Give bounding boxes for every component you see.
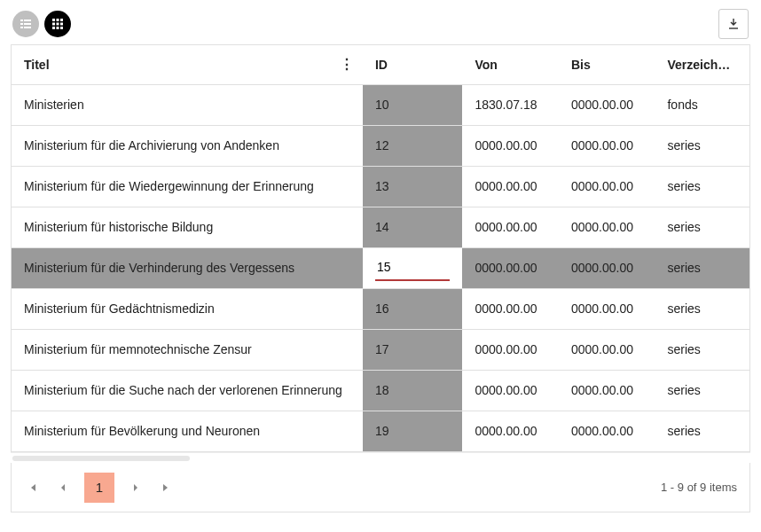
column-label: Bis (571, 58, 591, 72)
cell-bis[interactable]: 0000.00.00 (559, 247, 655, 288)
cell-verzeichnungsstufe[interactable]: series (655, 125, 749, 166)
pager-info: 1 - 9 of 9 items (661, 481, 737, 494)
cell-bis[interactable]: 0000.00.00 (559, 329, 655, 370)
svg-rect-0 (20, 20, 23, 21)
column-header-titel[interactable]: Titel ⋮ (12, 45, 363, 84)
table-row[interactable]: Ministerium für die Suche nach der verlo… (12, 370, 749, 411)
table-row[interactable]: Ministerium für Gedächtnismedizin160000.… (12, 288, 749, 329)
svg-rect-2 (20, 23, 23, 25)
cell-bis[interactable]: 0000.00.00 (559, 166, 655, 207)
table-row[interactable]: Ministerium für Bevölkerung und Neuronen… (12, 411, 749, 451)
cell-bis[interactable]: 0000.00.00 (559, 84, 655, 125)
download-button[interactable] (718, 9, 749, 39)
cell-von[interactable]: 1830.07.18 (462, 84, 559, 125)
cell-verzeichnungsstufe[interactable]: series (655, 247, 749, 288)
cell-id[interactable]: 12 (363, 125, 463, 166)
cell-bis[interactable]: 0000.00.00 (559, 370, 655, 411)
column-header-id[interactable]: ID (363, 45, 463, 84)
column-menu-icon[interactable]: ⋮ (340, 58, 354, 72)
table-row[interactable]: Ministerium für memnotechnische Zensur17… (12, 329, 749, 370)
cell-titel[interactable]: Ministerium für historische Bildung (12, 207, 363, 247)
column-label: Verzeichnungsstufe (667, 58, 749, 72)
cell-bis[interactable]: 0000.00.00 (559, 288, 655, 329)
cell-titel[interactable]: Ministerium für die Wiedergewinnung der … (12, 166, 363, 207)
pager-next-button[interactable] (127, 479, 145, 497)
first-page-icon (27, 482, 38, 493)
data-grid: Titel ⋮ ID Von Bis Verzeichnungsstufe Mi… (11, 44, 750, 452)
svg-rect-3 (24, 23, 31, 25)
svg-rect-4 (20, 27, 23, 28)
cell-titel[interactable]: Ministerium für memnotechnische Zensur (12, 329, 363, 370)
cell-titel[interactable]: Ministerien (12, 84, 363, 125)
cell-von[interactable]: 0000.00.00 (462, 125, 559, 166)
svg-rect-7 (57, 19, 59, 21)
table-row[interactable]: Ministerien101830.07.180000.00.00fonds (12, 84, 749, 125)
cell-verzeichnungsstufe[interactable]: series (655, 370, 749, 411)
svg-rect-1 (24, 20, 31, 21)
cell-von[interactable]: 0000.00.00 (462, 288, 559, 329)
cell-bis[interactable]: 0000.00.00 (559, 125, 655, 166)
svg-rect-13 (57, 27, 59, 29)
cell-id[interactable]: 18 (363, 370, 463, 411)
cell-von[interactable]: 0000.00.00 (462, 370, 559, 411)
cell-id[interactable]: 14 (363, 207, 463, 247)
cell-id[interactable]: 13 (363, 166, 463, 207)
cell-bis[interactable]: 0000.00.00 (559, 411, 655, 451)
column-header-bis[interactable]: Bis (559, 45, 655, 84)
svg-rect-5 (24, 27, 31, 28)
pager: 1 1 - 9 of 9 items (11, 463, 750, 512)
column-label: Von (475, 58, 497, 72)
table-row[interactable]: Ministerium für die Wiedergewinnung der … (12, 166, 749, 207)
list-icon (19, 17, 33, 31)
pager-prev-button[interactable] (54, 479, 72, 497)
svg-rect-11 (60, 23, 63, 26)
table-row[interactable]: Ministerium für die Verhinderung des Ver… (12, 247, 749, 288)
scrollbar-thumb[interactable] (12, 456, 190, 461)
cell-titel[interactable]: Ministerium für Gedächtnismedizin (12, 288, 363, 329)
cell-titel[interactable]: Ministerium für die Archivierung von And… (12, 125, 363, 166)
cell-id[interactable]: 17 (363, 329, 463, 370)
cell-von[interactable]: 0000.00.00 (462, 411, 559, 451)
svg-rect-9 (52, 23, 55, 26)
cell-von[interactable]: 0000.00.00 (462, 166, 559, 207)
list-view-button[interactable] (12, 11, 39, 37)
svg-rect-10 (57, 23, 59, 26)
last-page-icon (161, 482, 171, 493)
cell-id[interactable]: 10 (363, 84, 463, 125)
column-label: Titel (24, 58, 50, 72)
cell-id[interactable]: 19 (363, 411, 463, 451)
toolbar (0, 0, 761, 44)
id-edit-input[interactable] (375, 254, 451, 281)
cell-verzeichnungsstufe[interactable]: series (655, 207, 749, 247)
cell-von[interactable]: 0000.00.00 (462, 329, 559, 370)
cell-verzeichnungsstufe[interactable]: series (655, 288, 749, 329)
cell-verzeichnungsstufe[interactable]: series (655, 411, 749, 451)
cell-von[interactable]: 0000.00.00 (462, 247, 559, 288)
svg-rect-6 (52, 19, 55, 21)
svg-rect-12 (52, 27, 55, 29)
pager-last-button[interactable] (157, 479, 175, 497)
cell-titel[interactable]: Ministerium für die Suche nach der verlo… (12, 370, 363, 411)
chevron-right-icon (131, 483, 140, 492)
pager-first-button[interactable] (24, 479, 42, 497)
page-number: 1 (96, 480, 103, 495)
cell-titel[interactable]: Ministerium für Bevölkerung und Neuronen (12, 411, 363, 451)
cell-titel[interactable]: Ministerium für die Verhinderung des Ver… (12, 247, 363, 288)
pager-current-page[interactable]: 1 (84, 473, 114, 503)
cell-verzeichnungsstufe[interactable]: series (655, 329, 749, 370)
cell-von[interactable]: 0000.00.00 (462, 207, 559, 247)
grid-icon (51, 17, 65, 31)
column-header-verzeichnungsstufe[interactable]: Verzeichnungsstufe (655, 45, 749, 84)
cell-id[interactable] (363, 247, 463, 288)
download-icon (726, 17, 741, 31)
column-header-von[interactable]: Von (462, 45, 559, 84)
cell-verzeichnungsstufe[interactable]: series (655, 166, 749, 207)
cell-verzeichnungsstufe[interactable]: fonds (655, 84, 749, 125)
grid-view-button[interactable] (44, 11, 71, 37)
horizontal-scrollbar[interactable] (11, 452, 750, 463)
cell-id[interactable]: 16 (363, 288, 463, 329)
view-switch (12, 11, 71, 37)
cell-bis[interactable]: 0000.00.00 (559, 207, 655, 247)
table-row[interactable]: Ministerium für historische Bildung14000… (12, 207, 749, 247)
table-row[interactable]: Ministerium für die Archivierung von And… (12, 125, 749, 166)
